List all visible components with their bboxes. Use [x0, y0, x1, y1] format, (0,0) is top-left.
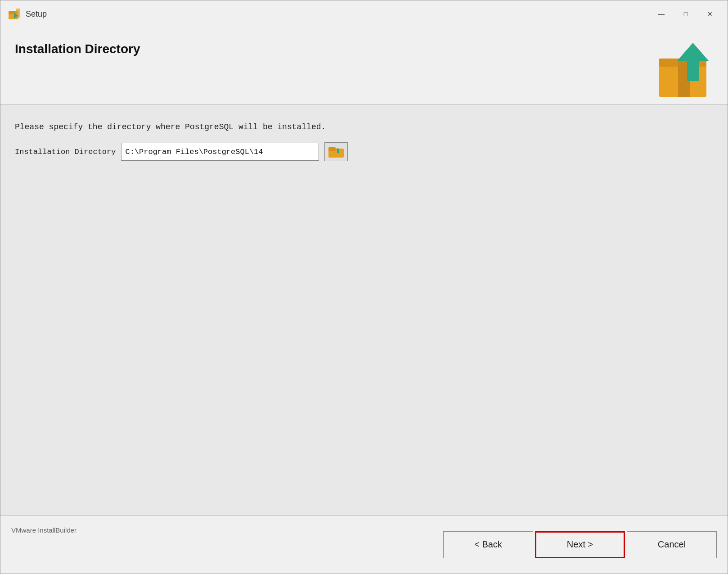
close-button[interactable]: ✕	[700, 6, 720, 22]
directory-input[interactable]	[121, 143, 319, 161]
title-bar-left: Setup	[8, 7, 651, 21]
page-title: Installation Directory	[15, 38, 140, 56]
back-button[interactable]: < Back	[443, 531, 533, 558]
setup-window: Setup — □ ✕ Installation Directory	[0, 0, 728, 574]
content-area: Please specify the directory where Postg…	[0, 104, 728, 515]
folder-icon	[328, 145, 344, 158]
directory-field-row: Installation Directory	[15, 142, 713, 161]
app-icon	[8, 7, 22, 21]
title-bar: Setup — □ ✕	[0, 0, 728, 27]
browse-button[interactable]	[324, 142, 348, 161]
description-text: Please specify the directory where Postg…	[15, 122, 713, 131]
svg-rect-10	[328, 147, 336, 151]
next-button[interactable]: Next >	[535, 531, 625, 558]
branding-label: VMware InstallBuilder	[11, 526, 76, 534]
window-controls: — □ ✕	[651, 6, 720, 22]
maximize-button[interactable]: □	[675, 6, 696, 22]
app-title: Setup	[26, 9, 47, 19]
cancel-button[interactable]: Cancel	[627, 531, 717, 558]
directory-label: Installation Directory	[15, 148, 116, 156]
minimize-button[interactable]: —	[651, 6, 672, 22]
footer-buttons: < Back Next > Cancel	[443, 531, 717, 558]
footer: VMware InstallBuilder < Back Next > Canc…	[0, 515, 728, 574]
header-icon	[655, 38, 713, 97]
svg-rect-12	[337, 150, 339, 153]
header-section: Installation Directory	[0, 27, 728, 104]
